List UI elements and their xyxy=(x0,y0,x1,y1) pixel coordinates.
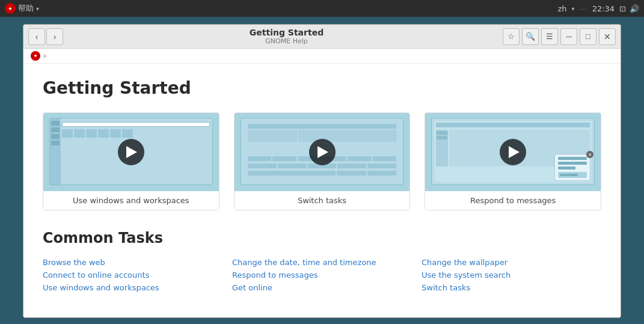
task-browse-web[interactable]: Browse the web xyxy=(43,256,222,269)
video-card-2[interactable]: Switch tasks xyxy=(234,112,411,210)
grid-item-1a xyxy=(62,129,73,138)
video-cards: Use windows and workspaces xyxy=(43,112,601,210)
key-13 xyxy=(367,171,397,176)
thumb-leftpanel-3 xyxy=(436,130,448,167)
main-window: ‹ › Getting Started GNOME Help ☆ 🔍 ☰ ─ □… xyxy=(23,24,621,318)
thumb-panel-2b xyxy=(298,130,397,142)
taskbar-right: zh ▾ — 22:34 ⊡ 🔊 xyxy=(558,4,639,13)
keyboard-row-3 xyxy=(246,170,399,177)
key-1 xyxy=(248,156,272,161)
grid-item-1b xyxy=(74,129,85,138)
time-display: 22:34 xyxy=(592,4,615,13)
key-2 xyxy=(272,156,296,161)
task-system-search[interactable]: Use the system search xyxy=(422,269,601,281)
key-10 xyxy=(337,164,366,168)
grid-item-1f xyxy=(122,129,133,138)
system-icons: ⊡ 🔊 xyxy=(619,4,639,13)
lang-dropdown[interactable]: ▾ xyxy=(572,5,575,12)
maximize-button[interactable]: □ xyxy=(580,28,596,45)
task-use-windows[interactable]: Use windows and workspaces xyxy=(43,281,222,294)
video-card-3[interactable]: ✕ xyxy=(425,112,601,210)
key-6 xyxy=(373,156,397,161)
tasks-col-3: Change the wallpaper Use the system sear… xyxy=(422,256,601,294)
window-actions: ☆ 🔍 ☰ ─ □ ✕ xyxy=(503,28,616,45)
key-8 xyxy=(278,164,307,168)
video-thumbnail-1 xyxy=(43,113,219,191)
chat-line-1 xyxy=(558,157,587,160)
task-switch-tasks[interactable]: Switch tasks xyxy=(422,281,601,294)
breadcrumb-bar: ✦ » xyxy=(23,49,621,64)
key-11 xyxy=(367,164,396,168)
video-label-2: Switch tasks xyxy=(235,191,410,210)
bookmark-button[interactable]: ☆ xyxy=(503,28,520,45)
leftpanel-item-1 xyxy=(437,131,447,135)
key-7 xyxy=(248,164,277,168)
taskbar-left: ✦ 帮助 ▾ xyxy=(5,3,39,14)
thumb-grid-1 xyxy=(62,129,210,138)
key-5 xyxy=(348,156,372,161)
play-button-1[interactable] xyxy=(118,139,144,165)
close-bubble-3: ✕ xyxy=(586,151,593,158)
taskbar: ✦ 帮助 ▾ zh ▾ — 22:34 ⊡ 🔊 xyxy=(0,0,644,17)
breadcrumb-separator: » xyxy=(43,52,47,60)
minimize-button[interactable]: ─ xyxy=(560,28,577,45)
video-label-1: Use windows and workspaces xyxy=(43,191,219,210)
play-button-3[interactable] xyxy=(500,139,526,165)
sidebar-item-1c xyxy=(51,134,60,139)
tasks-grid: Browse the web Connect to online account… xyxy=(43,256,601,294)
grid-item-1e xyxy=(110,129,121,138)
play-triangle-2 xyxy=(317,146,328,158)
search-button[interactable]: 🔍 xyxy=(522,28,539,45)
video-thumbnail-3: ✕ xyxy=(425,113,601,191)
play-button-2[interactable] xyxy=(309,139,336,165)
titlebar: ‹ › Getting Started GNOME Help ☆ 🔍 ☰ ─ □… xyxy=(23,25,621,49)
key-space xyxy=(248,171,336,176)
title-center: Getting Started GNOME Help xyxy=(70,28,503,45)
grid-item-1d xyxy=(98,129,109,138)
video-card-1[interactable]: Use windows and workspaces xyxy=(43,112,219,210)
thumb-titlebar-3 xyxy=(436,123,590,127)
common-tasks-title: Common Tasks xyxy=(43,230,601,246)
window-subtitle: GNOME Help xyxy=(70,37,503,45)
play-triangle-3 xyxy=(509,146,520,158)
task-change-date[interactable]: Change the date, time and timezone xyxy=(232,256,412,269)
close-button[interactable]: ✕ xyxy=(599,28,616,45)
task-respond-messages[interactable]: Respond to messages xyxy=(232,269,412,281)
video-label-3: Respond to messages xyxy=(425,191,601,210)
task-connect-online[interactable]: Connect to online accounts xyxy=(43,269,222,281)
menu-button[interactable]: ☰ xyxy=(541,28,558,45)
thumb-panel-2a xyxy=(248,130,297,142)
thumb-chat-bubble-3: ✕ xyxy=(554,154,590,181)
breadcrumb-icon: ✦ xyxy=(31,51,40,61)
content-area: Getting Started xyxy=(23,64,621,317)
app-icon: ✦ xyxy=(5,3,16,14)
window-title: Getting Started xyxy=(70,28,503,37)
sidebar-item-1d xyxy=(51,141,60,145)
display-icon[interactable]: ⊡ xyxy=(619,4,626,13)
chat-line-2 xyxy=(558,162,587,165)
thumb-sidebar-1 xyxy=(50,118,61,185)
task-get-online[interactable]: Get online xyxy=(232,281,412,294)
grid-item-1c xyxy=(86,129,97,138)
thumb-titlebar-2 xyxy=(248,124,397,129)
thumb-searchbar-1 xyxy=(62,122,210,127)
dropdown-arrow[interactable]: ▾ xyxy=(36,5,39,12)
key-12 xyxy=(337,171,366,176)
separator: — xyxy=(580,4,587,13)
video-thumbnail-2 xyxy=(235,113,410,191)
play-triangle-1 xyxy=(126,146,137,158)
leftpanel-item-2 xyxy=(437,136,447,139)
page-title: Getting Started xyxy=(43,78,601,98)
taskbar-app: ✦ 帮助 ▾ xyxy=(5,3,39,14)
sidebar-item-1b xyxy=(51,127,60,132)
chat-btn-label xyxy=(560,174,578,176)
back-button[interactable]: ‹ xyxy=(28,28,45,45)
task-change-wallpaper[interactable]: Change the wallpaper xyxy=(422,256,601,269)
forward-button[interactable]: › xyxy=(46,28,63,45)
tasks-col-1: Browse the web Connect to online account… xyxy=(43,256,222,294)
chat-line-3 xyxy=(558,167,575,170)
sidebar-item-1a xyxy=(51,121,60,126)
app-label: 帮助 xyxy=(18,3,34,14)
volume-icon[interactable]: 🔊 xyxy=(630,4,639,13)
nav-buttons: ‹ › xyxy=(28,28,63,45)
